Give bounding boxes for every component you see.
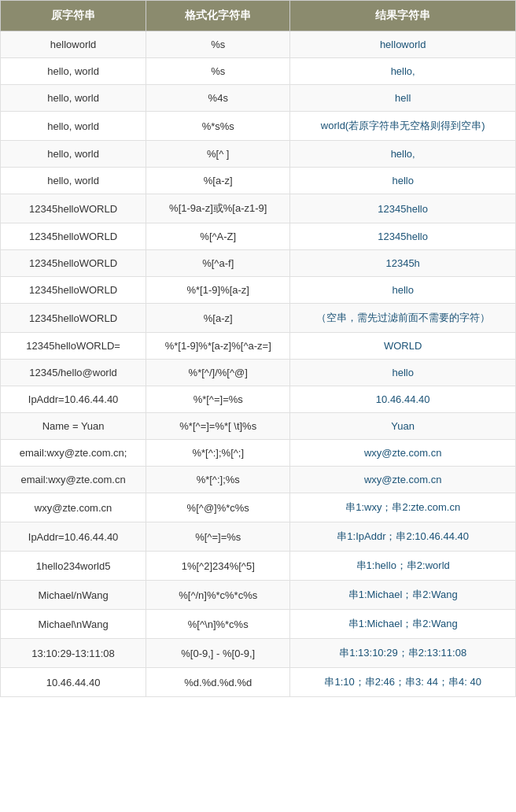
table-cell: Michael\nWang — [1, 610, 146, 639]
table-cell: %*[^/]/%[^@] — [146, 360, 290, 386]
table-cell: 串1:Michael；串2:Wang — [290, 581, 516, 610]
table-cell: 12345helloWORLD — [1, 277, 146, 304]
table-cell: hello, world — [1, 112, 146, 141]
table-row: 12345helloWORLD%*[1-9]%[a-z]hello — [1, 277, 516, 304]
table-cell: 串1:hello；串2:world — [290, 552, 516, 581]
table-cell: %*[^:];%[^;] — [146, 440, 290, 467]
table-cell: %[^ ] — [146, 141, 290, 168]
table-row: hello, world%4shell — [1, 85, 516, 112]
table-cell: %[0-9,] - %[0-9,] — [146, 639, 290, 668]
main-table: 原字符串 格式化字符串 结果字符串 helloworld%shelloworld… — [0, 0, 516, 697]
table-row: hello, world%*s%sworld(若原字符串无空格则得到空串) — [1, 112, 516, 141]
table-cell: wxy@zte.com.cn — [290, 440, 516, 467]
table-row: 12345helloWORLD=%*[1-9]%*[a-z]%[^a-z=]WO… — [1, 333, 516, 360]
table-cell: 12345helloWORLD= — [1, 333, 146, 360]
table-row: hello, world%shello, — [1, 58, 516, 85]
table-cell: hell — [290, 85, 516, 112]
table-cell: %[a-z] — [146, 168, 290, 194]
table-cell: email:wxy@zte.com.cn — [1, 467, 146, 493]
table-cell: wxy@zte.com.cn — [1, 493, 146, 522]
table-row: IpAddr=10.46.44.40%[^=]=%s串1:IpAddr；串2:1… — [1, 522, 516, 552]
table-cell: 12345helloWORLD — [1, 223, 146, 250]
table-row: 12345helloWORLD%[^A-Z]12345hello — [1, 223, 516, 250]
table-cell: 1%[^2]234%[^5] — [146, 552, 290, 581]
table-cell: %*[^=]=%*[ \t]%s — [146, 413, 290, 440]
table-row: hello, world%[a-z]hello — [1, 168, 516, 194]
table-cell: 串1:IpAddr；串2:10.46.44.40 — [290, 522, 516, 552]
table-cell: 串1:13:10:29；串2:13:11:08 — [290, 639, 516, 668]
table-row: hello, world%[^ ]hello, — [1, 141, 516, 168]
table-cell: %[^\n]%*c%s — [146, 610, 290, 639]
table-cell: hello — [290, 277, 516, 304]
table-row: helloworld%shelloworld — [1, 31, 516, 58]
table-row: email:wxy@zte.com.cn;%*[^:];%[^;]wxy@zte… — [1, 440, 516, 467]
table-cell: 12345helloWORLD — [1, 194, 146, 223]
table-cell: hello, — [290, 141, 516, 168]
table-cell: hello, world — [1, 58, 146, 85]
table-cell: 10.46.44.40 — [290, 386, 516, 413]
table-cell: email:wxy@zte.com.cn; — [1, 440, 146, 467]
table-cell: %[^/n]%*c%*c%s — [146, 581, 290, 610]
table-cell: hello — [290, 168, 516, 194]
table-cell: 12345h — [290, 250, 516, 277]
table-cell: Yuan — [290, 413, 516, 440]
table-cell: %*[1-9]%*[a-z]%[^a-z=] — [146, 333, 290, 360]
table-cell: 12345helloWORLD — [1, 304, 146, 333]
table-cell: %[^a-f] — [146, 250, 290, 277]
table-cell: WORLD — [290, 333, 516, 360]
table-cell: %*[1-9]%[a-z] — [146, 277, 290, 304]
table-row: IpAddr=10.46.44.40%*[^=]=%s10.46.44.40 — [1, 386, 516, 413]
table-cell: hello, world — [1, 168, 146, 194]
table-row: email:wxy@zte.com.cn%*[^:];%swxy@zte.com… — [1, 467, 516, 493]
table-cell: helloworld — [290, 31, 516, 58]
table-row: Name = Yuan%*[^=]=%*[ \t]%sYuan — [1, 413, 516, 440]
table-cell: 12345helloWORLD — [1, 250, 146, 277]
table-cell: 1hello234world5 — [1, 552, 146, 581]
table-cell: %[^=]=%s — [146, 522, 290, 552]
table-row: wxy@zte.com.cn%[^@]%*c%s串1:wxy；串2:zte.co… — [1, 493, 516, 522]
table-cell: IpAddr=10.46.44.40 — [1, 386, 146, 413]
table-row: 12345/hello@world%*[^/]/%[^@]hello — [1, 360, 516, 386]
table-cell: %[^@]%*c%s — [146, 493, 290, 522]
table-cell: 串1:wxy；串2:zte.com.cn — [290, 493, 516, 522]
table-cell: 12345hello — [290, 223, 516, 250]
table-cell: world(若原字符串无空格则得到空串) — [290, 112, 516, 141]
table-row: 10.46.44.40%d.%d.%d.%d串1:10；串2:46；串3: 44… — [1, 668, 516, 697]
table-cell: 12345/hello@world — [1, 360, 146, 386]
table-cell: %4s — [146, 85, 290, 112]
table-cell: Name = Yuan — [1, 413, 146, 440]
table-row: 12345helloWORLD%[1-9a-z]或%[a-z1-9]12345h… — [1, 194, 516, 223]
table-cell: %[^A-Z] — [146, 223, 290, 250]
table-cell: Michael/nWang — [1, 581, 146, 610]
col-header-original: 原字符串 — [1, 1, 146, 31]
table-cell: %s — [146, 58, 290, 85]
table-cell: 13:10:29-13:11:08 — [1, 639, 146, 668]
table-cell: %*[^=]=%s — [146, 386, 290, 413]
table-row: 13:10:29-13:11:08%[0-9,] - %[0-9,]串1:13:… — [1, 639, 516, 668]
table-cell: IpAddr=10.46.44.40 — [1, 522, 146, 552]
table-cell: 串1:Michael；串2:Wang — [290, 610, 516, 639]
col-header-result: 结果字符串 — [290, 1, 516, 31]
table-row: Michael\nWang%[^\n]%*c%s串1:Michael；串2:Wa… — [1, 610, 516, 639]
table-cell: hello, world — [1, 141, 146, 168]
table-row: 12345helloWORLD%[a-z]（空串，需先过滤前面不需要的字符） — [1, 304, 516, 333]
table-cell: 10.46.44.40 — [1, 668, 146, 697]
col-header-format: 格式化字符串 — [146, 1, 290, 31]
table-cell: （空串，需先过滤前面不需要的字符） — [290, 304, 516, 333]
table-row: 1hello234world51%[^2]234%[^5]串1:hello；串2… — [1, 552, 516, 581]
table-cell: 串1:10；串2:46；串3: 44；串4: 40 — [290, 668, 516, 697]
table-cell: %*s%s — [146, 112, 290, 141]
table-cell: 12345hello — [290, 194, 516, 223]
table-cell: %*[^:];%s — [146, 467, 290, 493]
table-cell: helloworld — [1, 31, 146, 58]
table-cell: %[1-9a-z]或%[a-z1-9] — [146, 194, 290, 223]
table-cell: %s — [146, 31, 290, 58]
table-cell: wxy@zte.com.cn — [290, 467, 516, 493]
table-cell: hello — [290, 360, 516, 386]
table-cell: %[a-z] — [146, 304, 290, 333]
table-cell: %d.%d.%d.%d — [146, 668, 290, 697]
table-row: Michael/nWang%[^/n]%*c%*c%s串1:Michael；串2… — [1, 581, 516, 610]
table-row: 12345helloWORLD%[^a-f]12345h — [1, 250, 516, 277]
table-cell: hello, — [290, 58, 516, 85]
table-cell: hello, world — [1, 85, 146, 112]
